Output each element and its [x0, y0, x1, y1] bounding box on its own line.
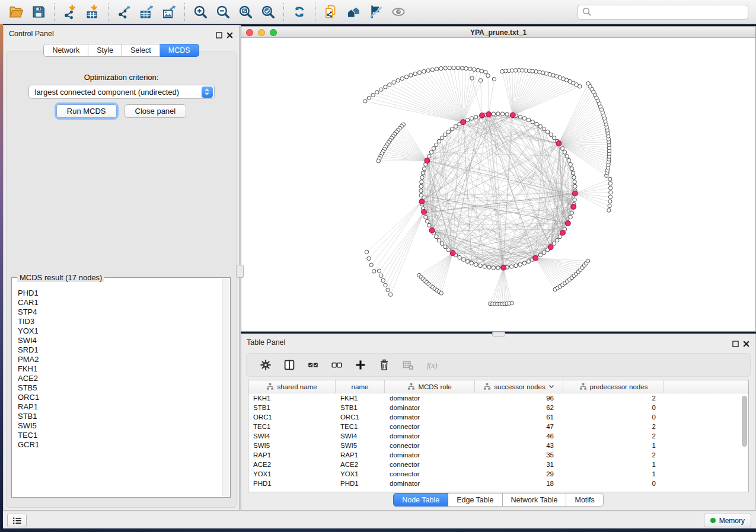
tab-network[interactable]: Network: [43, 44, 88, 57]
network-hub-node[interactable]: [533, 255, 538, 261]
network-node[interactable]: [542, 127, 546, 131]
mcds-result-list[interactable]: PHD1CAR1STP4TID3YOX1SWI4SRD1PMA2FKH1ACE2…: [18, 289, 221, 495]
network-node[interactable]: [538, 253, 542, 257]
table-cell[interactable]: 1: [563, 441, 664, 450]
network-node[interactable]: [460, 66, 464, 70]
network-node[interactable]: [377, 269, 381, 273]
zoom-selected-button[interactable]: [257, 2, 279, 22]
network-node[interactable]: [446, 130, 450, 133]
horizontal-splitter-handle[interactable]: [492, 332, 505, 336]
table-cell[interactable]: connector: [385, 422, 475, 431]
table-cell[interactable]: 2: [563, 393, 664, 403]
table-row[interactable]: YOX1YOX1connector291: [248, 469, 748, 479]
network-node[interactable]: [432, 146, 435, 150]
zoom-out-button[interactable]: [212, 2, 234, 22]
tab-select[interactable]: Select: [122, 44, 160, 57]
network-node[interactable]: [535, 122, 538, 126]
network-node[interactable]: [570, 167, 573, 171]
table-cell[interactable]: 31: [475, 460, 563, 469]
tab-network-table[interactable]: Network Table: [503, 493, 567, 507]
network-node[interactable]: [379, 88, 383, 91]
network-hub-node[interactable]: [486, 112, 492, 117]
network-node[interactable]: [522, 117, 526, 120]
table-scrollbar-thumb[interactable]: [742, 396, 747, 447]
mcds-result-item[interactable]: TID3: [18, 317, 221, 326]
network-node[interactable]: [439, 291, 443, 295]
export-image-button[interactable]: [158, 2, 180, 22]
table-cell[interactable]: dominator: [385, 431, 475, 441]
network-node[interactable]: [608, 204, 611, 207]
network-node[interactable]: [538, 124, 542, 128]
zoom-in-button[interactable]: [189, 2, 212, 22]
column-header-successor-nodes[interactable]: successor nodes: [475, 380, 563, 393]
network-node[interactable]: [608, 195, 612, 198]
float-panel-icon[interactable]: [216, 30, 222, 41]
column-header-name[interactable]: name: [336, 380, 385, 393]
network-node[interactable]: [569, 162, 572, 166]
network-node[interactable]: [586, 259, 589, 262]
table-row[interactable]: PHD1PHD1dominator180: [248, 479, 748, 488]
network-node[interactable]: [496, 266, 500, 270]
table-row[interactable]: TEC1TEC1connector472: [248, 422, 748, 431]
network-node[interactable]: [479, 79, 482, 82]
network-hub-node[interactable]: [566, 221, 571, 226]
table-cell[interactable]: ORC1: [336, 412, 385, 422]
network-node[interactable]: [569, 215, 572, 219]
run-mcds-button[interactable]: Run MCDS: [56, 104, 117, 118]
network-node[interactable]: [430, 68, 434, 71]
close-panel-button[interactable]: Close panel: [125, 104, 187, 118]
table-cell[interactable]: 0: [563, 403, 664, 412]
toggle-columns-button[interactable]: [282, 358, 296, 372]
network-node[interactable]: [435, 67, 439, 70]
mcds-result-item[interactable]: STB5: [18, 383, 221, 393]
mcds-result-scrollbar[interactable]: [222, 278, 229, 496]
network-node[interactable]: [496, 112, 500, 116]
network-node[interactable]: [422, 69, 426, 73]
network-node[interactable]: [400, 76, 404, 80]
network-node[interactable]: [484, 70, 487, 73]
table-cell[interactable]: 2: [563, 422, 664, 431]
import-network-button[interactable]: [59, 2, 81, 22]
mcds-result-item[interactable]: CAR1: [18, 298, 221, 307]
table-cell[interactable]: PHD1: [336, 479, 385, 488]
table-cell[interactable]: 35: [475, 450, 563, 460]
network-node[interactable]: [573, 198, 576, 201]
network-node[interactable]: [492, 266, 495, 270]
table-row[interactable]: SWI5SWI5connector431: [248, 441, 748, 450]
network-node[interactable]: [476, 68, 480, 72]
table-cell[interactable]: 96: [475, 393, 563, 403]
table-cell[interactable]: PHD1: [248, 479, 336, 488]
network-node[interactable]: [409, 73, 413, 77]
table-cell[interactable]: STB1: [336, 403, 385, 412]
network-node[interactable]: [458, 255, 461, 259]
network-node[interactable]: [546, 130, 549, 133]
column-header-predecessor-nodes[interactable]: predecessor nodes: [563, 380, 664, 393]
mcds-result-item[interactable]: RAP1: [18, 402, 221, 412]
mcds-result-item[interactable]: GCR1: [18, 440, 221, 450]
close-panel-icon[interactable]: [743, 339, 749, 350]
table-cell[interactable]: 47: [475, 422, 563, 431]
add-button[interactable]: [353, 358, 368, 372]
table-cell[interactable]: 1: [563, 469, 664, 479]
float-panel-icon[interactable]: [732, 339, 739, 350]
export-table-button[interactable]: [135, 2, 158, 22]
graphics-details-button[interactable]: [365, 2, 387, 22]
network-node[interactable]: [454, 124, 457, 128]
network-node[interactable]: [375, 91, 379, 94]
network-node[interactable]: [365, 250, 368, 254]
network-hub-node[interactable]: [573, 191, 578, 196]
mcds-result-item[interactable]: SWI4: [18, 336, 221, 345]
network-node[interactable]: [468, 67, 472, 70]
network-node[interactable]: [392, 81, 395, 84]
table-cell[interactable]: YOX1: [336, 469, 385, 479]
open-file-button[interactable]: [5, 2, 27, 22]
network-hub-node[interactable]: [450, 251, 455, 256]
network-node[interactable]: [486, 74, 490, 78]
mcds-result-item[interactable]: ACE2: [18, 374, 221, 383]
network-hub-node[interactable]: [480, 113, 485, 118]
network-node[interactable]: [396, 79, 400, 82]
table-cell[interactable]: 61: [475, 412, 563, 422]
network-node[interactable]: [439, 66, 443, 70]
network-node[interactable]: [552, 242, 556, 245]
search-input[interactable]: [594, 8, 744, 17]
